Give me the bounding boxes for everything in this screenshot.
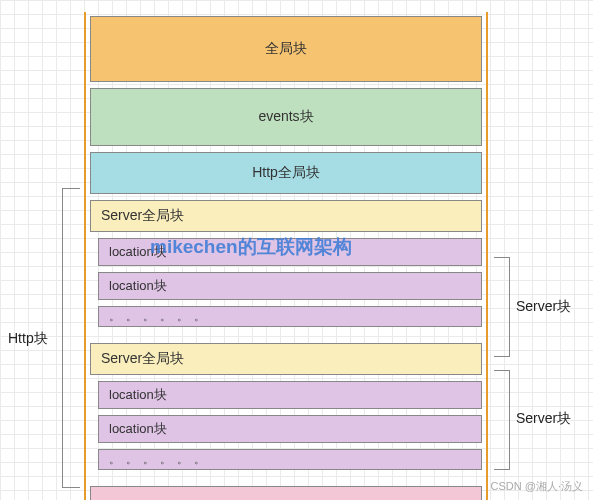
server-bracket-2 <box>494 370 510 470</box>
location-block: location块 <box>98 238 482 266</box>
location-block: location块 <box>98 381 482 409</box>
config-container: 全局块 events块 Http全局块 Server全局块 location块 … <box>84 12 488 500</box>
footer-credit: CSDN @湘人·汤义 <box>491 479 583 494</box>
global-block: 全局块 <box>90 16 482 82</box>
more-servers-block: 。。。。。。。。 <box>90 486 482 500</box>
server-global-block-1: Server全局块 <box>90 200 482 232</box>
location-block: location块 <box>98 415 482 443</box>
location-block: location块 <box>98 272 482 300</box>
ellipsis-block: 。。。。。。 <box>98 449 482 470</box>
server-bracket-1 <box>494 257 510 357</box>
http-block-label: Http块 <box>8 330 48 348</box>
server-global-block-2: Server全局块 <box>90 343 482 375</box>
events-block: events块 <box>90 88 482 146</box>
server-block-label-1: Server块 <box>516 298 571 316</box>
http-global-block: Http全局块 <box>90 152 482 194</box>
server-block-label-2: Server块 <box>516 410 571 428</box>
ellipsis-block: 。。。。。。 <box>98 306 482 327</box>
http-bracket <box>62 188 80 488</box>
